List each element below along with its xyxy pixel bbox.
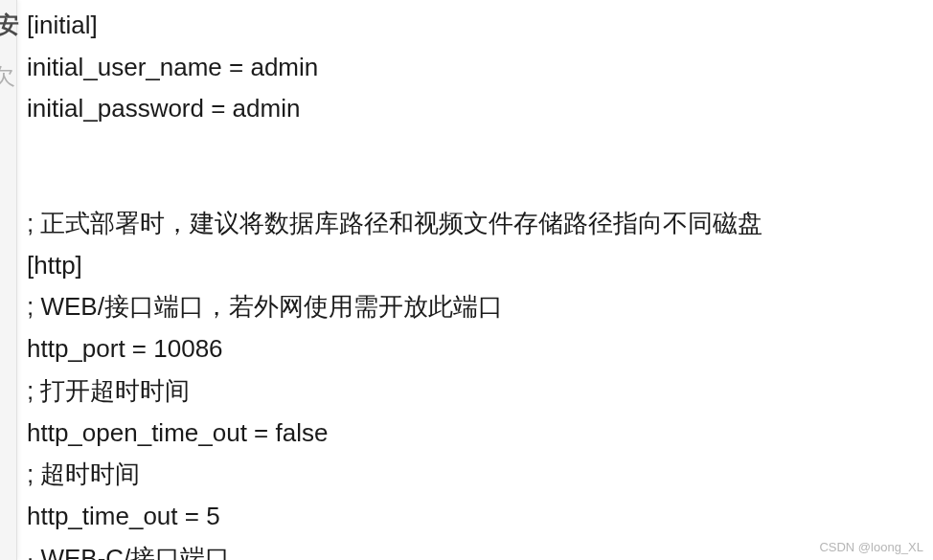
sidebar-fragment: 安 欠	[0, 0, 17, 560]
blank-line	[27, 169, 933, 206]
config-comment-line: ; 打开超时时间	[27, 373, 933, 410]
config-file-content: [initial] initial_user_name = admin init…	[27, 8, 933, 560]
sidebar-cutoff-text-2: 欠	[0, 61, 15, 92]
config-comment-line: ; 正式部署时，建议将数据库路径和视频文件存储路径指向不同磁盘	[27, 206, 933, 242]
config-line-cutoff: · WEB-C/接口端口	[27, 541, 933, 560]
watermark-text: CSDN @loong_XL	[819, 540, 923, 554]
config-section-line: [http]	[27, 248, 933, 284]
config-line: [initial]	[27, 8, 933, 44]
config-line: initial_user_name = admin	[27, 50, 933, 86]
blank-line	[27, 133, 933, 169]
sidebar-cutoff-text-1: 安	[0, 10, 19, 40]
config-line: http_port = 10086	[27, 331, 933, 368]
config-line: initial_password = admin	[27, 91, 933, 127]
config-comment-line: ; 超时时间	[27, 457, 933, 493]
config-comment-line: ; WEB/接口端口，若外网使用需开放此端口	[27, 289, 933, 325]
config-line: http_time_out = 5	[27, 499, 933, 535]
config-line: http_open_time_out = false	[27, 415, 933, 452]
